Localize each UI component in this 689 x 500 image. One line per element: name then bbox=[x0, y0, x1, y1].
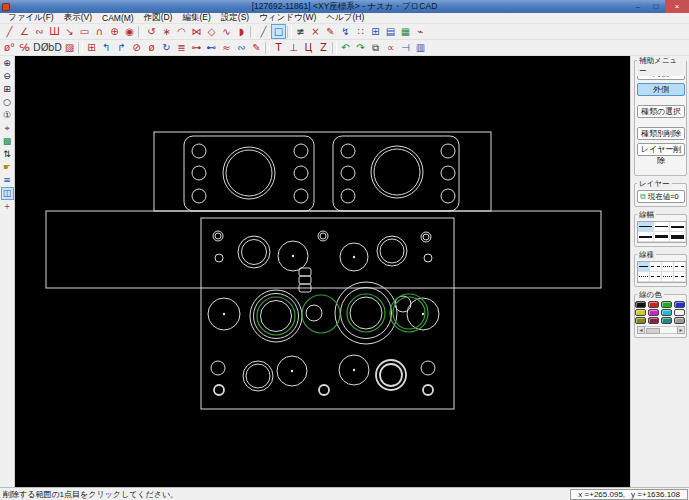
line-width-option[interactable] bbox=[654, 222, 670, 232]
menu-file[interactable]: ファイル(F) bbox=[3, 12, 59, 24]
polygon-icon[interactable]: ◇ bbox=[204, 24, 219, 39]
dim-percent-icon[interactable]: ℅ bbox=[17, 40, 32, 55]
menu-edit[interactable]: 編集(E) bbox=[177, 12, 215, 24]
grid-icon[interactable]: ⊞ bbox=[368, 24, 383, 39]
line-width-option[interactable] bbox=[670, 222, 686, 232]
color-chip[interactable] bbox=[674, 301, 685, 308]
color-chip[interactable] bbox=[661, 309, 672, 316]
delete-layer-button[interactable]: レイヤー削除 bbox=[637, 143, 685, 156]
line-width-option[interactable] bbox=[654, 232, 670, 242]
line-width-option[interactable] bbox=[638, 232, 654, 242]
connect-right-icon[interactable]: ⊷ bbox=[204, 40, 219, 55]
link-icon[interactable]: ∝ bbox=[383, 40, 398, 55]
menu-window[interactable]: ウィンドウ(W) bbox=[254, 12, 321, 24]
fit-window-icon[interactable]: ◫ bbox=[1, 187, 14, 200]
rectangle-icon[interactable]: ▭ bbox=[77, 24, 92, 39]
arc-icon[interactable]: ◠ bbox=[174, 24, 189, 39]
text-u-icon[interactable]: Ц bbox=[301, 40, 316, 55]
delete-icon[interactable]: × bbox=[308, 24, 323, 39]
thin-line-icon[interactable]: ╱ bbox=[256, 24, 271, 39]
menu-draw[interactable]: 作図(D) bbox=[139, 12, 178, 24]
line-type-option[interactable] bbox=[674, 272, 686, 282]
layer-current-button[interactable]: ⧉ 現在値=0 bbox=[637, 190, 685, 203]
outside-button[interactable]: 外側 bbox=[637, 83, 685, 96]
spline-icon[interactable]: ∿ bbox=[219, 24, 234, 39]
minimize-button[interactable]: – bbox=[629, 0, 647, 13]
zoom-actual-icon[interactable]: ① bbox=[1, 109, 14, 122]
h-bar-icon[interactable]: ⊣ bbox=[398, 40, 413, 55]
bowtie-icon[interactable]: ⋈ bbox=[189, 24, 204, 39]
redo-icon[interactable]: ↷ bbox=[353, 40, 368, 55]
angle-line-icon[interactable]: ∠ bbox=[17, 24, 32, 39]
line-type-option[interactable] bbox=[650, 262, 662, 272]
text-icon[interactable]: T bbox=[271, 40, 286, 55]
scrollbar-track[interactable] bbox=[645, 326, 677, 334]
circle-center-icon[interactable]: ⊕ bbox=[107, 24, 122, 39]
stairs-icon[interactable]: ≣ bbox=[174, 40, 189, 55]
wave-icon[interactable]: ≈ bbox=[219, 40, 234, 55]
menu-settings[interactable]: 設定(S) bbox=[216, 12, 254, 24]
sheets-icon[interactable]: ≡ bbox=[1, 174, 14, 187]
color-chip[interactable] bbox=[674, 317, 685, 324]
line-icon[interactable]: ╱ bbox=[2, 24, 17, 39]
menu-help[interactable]: ヘルプ(H) bbox=[321, 12, 369, 24]
color-chip[interactable] bbox=[661, 301, 672, 308]
maximize-button[interactable]: □ bbox=[647, 0, 665, 13]
circle-slash-icon[interactable]: ⊘ bbox=[129, 40, 144, 55]
color-chip[interactable] bbox=[648, 317, 659, 324]
menu-cam[interactable]: CAM(M) bbox=[97, 13, 139, 23]
zoom-out-icon[interactable]: ⊖ bbox=[1, 70, 14, 83]
line-width-option[interactable] bbox=[638, 222, 654, 232]
delete-by-type-button[interactable]: 種類別削除 bbox=[637, 127, 685, 140]
line-width-option[interactable] bbox=[670, 232, 686, 242]
color-chip[interactable] bbox=[635, 301, 646, 308]
offset-icon[interactable]: ≢ bbox=[293, 24, 308, 39]
corner-arrow-right-icon[interactable]: ↱ bbox=[114, 40, 129, 55]
arrow-line-icon[interactable]: ↘ bbox=[62, 24, 77, 39]
menu-view[interactable]: 表示(V) bbox=[59, 12, 97, 24]
dim-diameter-icon[interactable]: ø° bbox=[2, 40, 17, 55]
bolt-icon[interactable]: ⌁ bbox=[413, 24, 428, 39]
cad-canvas[interactable] bbox=[15, 56, 630, 487]
tilde-icon[interactable]: ∾ bbox=[234, 40, 249, 55]
dim-do-icon[interactable]: DØ bbox=[32, 40, 47, 55]
line-type-option[interactable] bbox=[650, 272, 662, 282]
scroll-right-icon[interactable]: ► bbox=[677, 326, 685, 334]
points-icon[interactable]: ∷ bbox=[353, 24, 368, 39]
zoom-all-icon[interactable]: ○ bbox=[1, 96, 14, 109]
scrollbar-thumb[interactable] bbox=[646, 328, 660, 334]
color-chip[interactable] bbox=[648, 309, 659, 316]
color-chip[interactable] bbox=[635, 309, 646, 316]
redraw-icon[interactable]: ▩ bbox=[1, 135, 14, 148]
curve-icon[interactable]: ∾ bbox=[32, 24, 47, 39]
rotate-icon[interactable]: ↻ bbox=[159, 40, 174, 55]
color-chip[interactable] bbox=[635, 317, 646, 324]
list-icon[interactable]: ▤ bbox=[383, 24, 398, 39]
color-chip[interactable] bbox=[661, 317, 672, 324]
color-chip[interactable] bbox=[648, 301, 659, 308]
flower-icon[interactable]: ∗ bbox=[159, 24, 174, 39]
corner-arrow-left-icon[interactable]: ↰ bbox=[99, 40, 114, 55]
swap-view-icon[interactable]: ⇅ bbox=[1, 148, 14, 161]
line-type-option[interactable] bbox=[638, 262, 650, 272]
small-diameter-icon[interactable]: ø bbox=[144, 40, 159, 55]
eraser-icon[interactable]: ⧉ bbox=[368, 40, 383, 55]
dim-box-icon[interactable]: ⊞ bbox=[84, 40, 99, 55]
select-rect-icon[interactable]: □ bbox=[271, 24, 286, 39]
color-chip[interactable] bbox=[674, 309, 685, 316]
step-line-icon[interactable]: ∩ bbox=[92, 24, 107, 39]
zoom-window-icon[interactable]: ⊞ bbox=[1, 83, 14, 96]
image-icon[interactable]: ▦ bbox=[398, 24, 413, 39]
hatch-lines-icon[interactable]: Ш bbox=[47, 24, 62, 39]
close-button[interactable]: × bbox=[665, 0, 689, 13]
snap-icon[interactable]: ↯ bbox=[338, 24, 353, 39]
line-type-option[interactable] bbox=[674, 262, 686, 272]
text-base-icon[interactable]: ⊥ bbox=[286, 40, 301, 55]
pen-icon[interactable]: ✎ bbox=[323, 24, 338, 39]
undo-icon[interactable]: ↶ bbox=[338, 40, 353, 55]
connect-left-icon[interactable]: ⊶ bbox=[189, 40, 204, 55]
line-type-option[interactable] bbox=[662, 262, 674, 272]
zoom-in-icon[interactable]: ⊕ bbox=[1, 57, 14, 70]
pan-icon[interactable]: ⌖ bbox=[1, 122, 14, 135]
fillet-icon[interactable]: ◗ bbox=[234, 24, 249, 39]
